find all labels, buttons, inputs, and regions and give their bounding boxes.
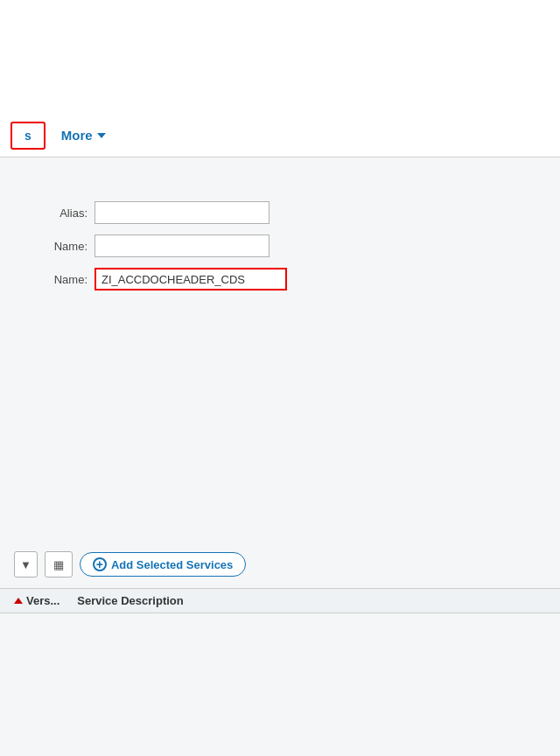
more-dropdown-button[interactable]: More [54, 122, 113, 148]
alias-input[interactable] [94, 201, 270, 224]
calendar-button[interactable]: ▦ [45, 551, 73, 578]
calendar-icon: ▦ [53, 558, 64, 571]
bg-top [0, 0, 560, 114]
name-label: Name: [18, 240, 88, 253]
add-services-label: Add Selected Services [111, 558, 233, 571]
add-selected-services-button[interactable]: + Add Selected Services [80, 552, 246, 577]
add-circle-icon: + [93, 557, 107, 571]
cds-name-row: Name: [0, 268, 560, 290]
name-row: Name: [0, 234, 560, 257]
chevron-down-icon [97, 133, 106, 138]
sort-arrow-icon [14, 598, 23, 604]
name-input[interactable] [94, 234, 270, 257]
more-label: More [61, 128, 93, 143]
alias-label: Alias: [18, 206, 88, 220]
page-container: s More Alias: Name: Name: ▼ [0, 0, 560, 756]
form-area: Alias: Name: Name: [0, 175, 560, 318]
toolbar: s More [0, 114, 560, 158]
bottom-toolbar: ▼ ▦ + Add Selected Services [0, 542, 560, 586]
cds-name-input[interactable] [94, 268, 287, 290]
cds-name-label: Name: [18, 273, 88, 286]
alias-row: Alias: [0, 201, 560, 224]
dropdown-arrow-icon: ▼ [20, 558, 32, 571]
column-headers: Vers... Service Description [0, 588, 560, 613]
toolbar-left-button[interactable]: s [10, 122, 46, 150]
service-description-column-header: Service Description [77, 594, 183, 607]
vers-column-header: Vers... [26, 594, 60, 607]
dropdown-arrow-button[interactable]: ▼ [14, 551, 38, 578]
